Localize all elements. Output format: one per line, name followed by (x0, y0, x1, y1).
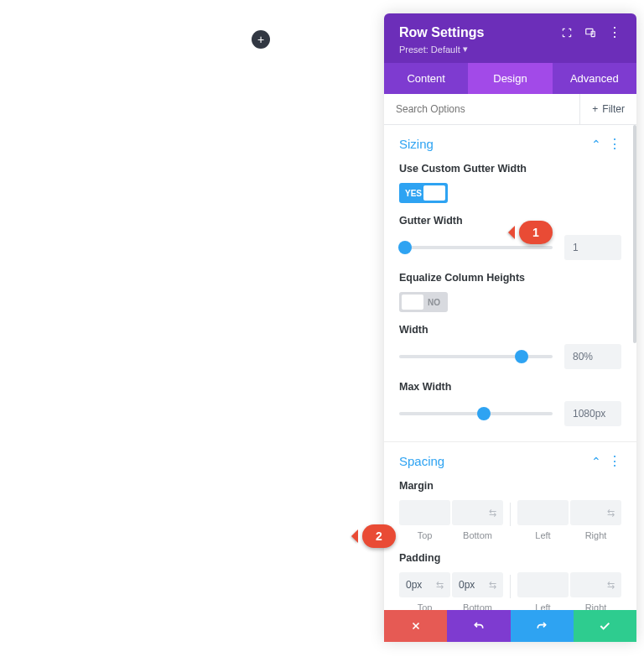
input-margin-left[interactable] (517, 500, 569, 525)
undo-icon (472, 619, 486, 633)
search-input[interactable] (384, 94, 579, 124)
toggle-label: YES (399, 189, 422, 198)
margin-top-cell: Top (399, 500, 450, 540)
input-padding-left[interactable] (517, 572, 569, 597)
annotation-1: 1 (519, 221, 553, 244)
settings-panel: Row Settings Preset: Default ▾ ⋮ Content… (384, 13, 636, 642)
tabs: Content Design Advanced (384, 63, 636, 94)
close-icon (410, 620, 422, 632)
section-head-spacing[interactable]: Spacing ⌃ ⋮ (384, 442, 636, 480)
cancel-button[interactable] (384, 610, 447, 642)
section-title: Spacing (399, 454, 444, 468)
label-custom-gutter: Use Custom Gutter Width (399, 163, 621, 175)
label-width: Width (399, 324, 621, 336)
margin-bottom-cell: ⇆ Bottom (452, 500, 503, 540)
sublabel: Right (585, 530, 607, 540)
slider-thumb[interactable] (398, 241, 412, 254)
panel-body: Sizing ⌃ ⋮ Use Custom Gutter Width YES G… (384, 125, 636, 610)
more-icon[interactable]: ⋮ (608, 27, 621, 39)
input-gutter-width[interactable] (564, 235, 621, 260)
devices-icon[interactable] (584, 27, 596, 39)
sublabel: Left (535, 602, 550, 610)
sublabel: Bottom (463, 530, 492, 540)
label-margin: Margin (399, 480, 621, 492)
plus-icon: + (592, 103, 598, 115)
annotation-number: 1 (532, 226, 539, 239)
redo-icon (535, 619, 548, 633)
input-width[interactable] (564, 344, 621, 369)
input-padding-bottom[interactable] (452, 572, 503, 597)
padding-left-cell: Left (517, 572, 569, 610)
slider-thumb[interactable] (477, 407, 491, 420)
preset-selector[interactable]: Preset: Default ▾ (399, 44, 484, 55)
toggle-knob (423, 185, 445, 201)
slider-gutter-width[interactable] (399, 246, 553, 249)
sublabel: Top (418, 530, 433, 540)
more-icon[interactable]: ⋮ (608, 456, 621, 467)
chevron-down-icon: ▾ (463, 44, 468, 55)
input-max-width[interactable] (564, 401, 621, 426)
sublabel: Left (535, 530, 550, 540)
save-button[interactable] (574, 610, 636, 642)
sublabel: Right (585, 602, 607, 610)
undo-button[interactable] (447, 610, 510, 642)
filter-button[interactable]: + Filter (579, 94, 636, 124)
tab-content[interactable]: Content (384, 63, 468, 94)
padding-bottom-cell: ⇆ Bottom (452, 572, 503, 610)
toggle-knob (402, 295, 423, 310)
filter-label: Filter (602, 103, 625, 115)
label-max-width: Max Width (399, 381, 621, 393)
input-margin-top[interactable] (399, 500, 450, 525)
slider-width[interactable] (399, 355, 553, 358)
tab-design[interactable]: Design (468, 63, 552, 94)
chevron-up-icon: ⌃ (591, 455, 601, 468)
input-margin-right[interactable] (570, 500, 621, 525)
toggle-equalize[interactable]: NO (399, 292, 448, 312)
margin-right-cell: ⇆ Right (570, 500, 621, 540)
label-padding: Padding (399, 552, 621, 564)
sublabel: Top (418, 602, 433, 610)
input-margin-bottom[interactable] (452, 500, 503, 525)
divider (510, 503, 511, 526)
divider (510, 575, 511, 598)
tab-advanced[interactable]: Advanced (553, 63, 636, 94)
section-sizing: Sizing ⌃ ⋮ Use Custom Gutter Width YES G… (384, 125, 636, 442)
section-spacing: Spacing ⌃ ⋮ Margin Top (384, 442, 636, 610)
add-section-button[interactable]: + (252, 30, 270, 49)
panel-title: Row Settings (399, 25, 484, 40)
toggle-label: NO (422, 298, 440, 307)
plus-icon: + (257, 33, 264, 46)
annotation-number: 2 (376, 529, 382, 543)
preset-value: Default (431, 44, 460, 55)
chevron-up-icon: ⌃ (591, 138, 601, 151)
panel-footer (384, 610, 636, 642)
search-bar: + Filter (384, 94, 636, 125)
margin-left-cell: Left (517, 500, 569, 540)
label-equalize: Equalize Column Heights (399, 272, 621, 284)
annotation-2: 2 (362, 524, 396, 548)
slider-thumb[interactable] (515, 350, 528, 363)
sublabel: Bottom (463, 602, 492, 610)
redo-button[interactable] (511, 610, 574, 642)
input-padding-right[interactable] (570, 572, 621, 597)
panel-header: Row Settings Preset: Default ▾ ⋮ (384, 13, 636, 63)
slider-max-width[interactable] (399, 412, 553, 415)
preset-prefix: Preset: (399, 44, 428, 55)
more-icon[interactable]: ⋮ (608, 139, 621, 149)
expand-icon[interactable] (561, 27, 573, 39)
padding-top-cell: ⇆ Top (399, 572, 450, 610)
padding-right-cell: ⇆ Right (570, 572, 621, 610)
section-head-sizing[interactable]: Sizing ⌃ ⋮ (384, 125, 636, 163)
label-gutter-width: Gutter Width (399, 215, 621, 227)
check-icon (598, 619, 611, 633)
section-title: Sizing (399, 137, 434, 151)
toggle-custom-gutter[interactable]: YES (399, 183, 448, 203)
scrollbar[interactable] (633, 125, 636, 343)
input-padding-top[interactable] (399, 572, 450, 597)
